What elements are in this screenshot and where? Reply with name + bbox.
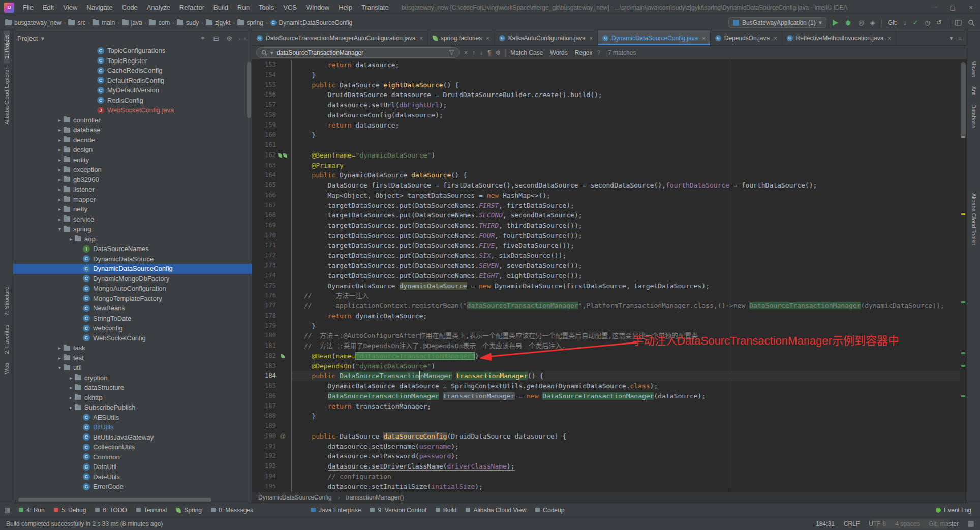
- run-button[interactable]: [833, 20, 838, 26]
- tree-item-mongoautoconfiguration[interactable]: CMongoAutoConfiguration: [13, 284, 252, 294]
- menu-navigate[interactable]: Navigate: [82, 4, 117, 11]
- code-line[interactable]: 155 public DataSource eightDataSource() …: [252, 80, 960, 90]
- tab-close-icon[interactable]: ×: [774, 35, 777, 41]
- tool-window-button-4-run[interactable]: 4: Run: [14, 507, 49, 514]
- tree-arrow-icon[interactable]: ▸: [56, 137, 64, 143]
- tree-item-dynamicdatasourceconfig[interactable]: CDynamicDataSourceConfig: [13, 264, 252, 274]
- breadcrumb-item-zjgykt[interactable]: zjgykt: [206, 19, 231, 26]
- stripe-mark[interactable]: [961, 365, 965, 367]
- code-line[interactable]: 168 targetDataSources.put(DataSourceName…: [252, 210, 960, 221]
- tool-window-button-spring[interactable]: Spring: [171, 507, 206, 514]
- minimize-button[interactable]: —: [925, 0, 943, 15]
- debug-button[interactable]: [844, 19, 852, 26]
- tree-item-mydefaultversion[interactable]: CMyDefaultVersion: [13, 85, 252, 96]
- filter-icon[interactable]: [449, 50, 454, 55]
- code-line[interactable]: 161: [252, 140, 960, 150]
- profiler-button[interactable]: ◈: [870, 19, 875, 26]
- collapse-all-icon[interactable]: ⊟: [211, 35, 221, 42]
- inspections-indicator-icon[interactable]: [968, 521, 974, 527]
- editor-menu-icon[interactable]: ≡: [958, 34, 962, 42]
- code-line[interactable]: 189: [252, 421, 960, 431]
- project-vertical-scrollbar[interactable]: [247, 62, 251, 118]
- find-option-match-case[interactable]: Match Case: [510, 49, 543, 56]
- tree-arrow-icon[interactable]: ▾: [56, 365, 64, 370]
- tool-window-switcher-icon[interactable]: ▦: [4, 506, 10, 514]
- breadcrumb-item-src[interactable]: src: [68, 19, 85, 26]
- code-line[interactable]: 166 Map<Object, Object> targetDataSource…: [252, 191, 960, 201]
- code-line[interactable]: 156 DruidDataSource datasource = DruidDa…: [252, 90, 960, 100]
- event-log-button[interactable]: Event Log: [931, 507, 976, 514]
- breadcrumb-item-spring[interactable]: spring: [237, 19, 263, 26]
- next-occurrence-icon[interactable]: ↓: [480, 49, 483, 56]
- breadcrumb-item-com[interactable]: com: [149, 19, 170, 26]
- code-line[interactable]: 182 @Bean(name="dataSourceTransactionMan…: [252, 351, 960, 361]
- regex-help-link[interactable]: ?: [597, 49, 600, 56]
- code-line[interactable]: 179 }: [252, 321, 960, 331]
- tab-list-icon[interactable]: ▾: [950, 34, 953, 42]
- close-search-icon[interactable]: ×: [464, 49, 468, 56]
- code-line[interactable]: 153 return datasource;: [252, 60, 960, 70]
- gear-icon[interactable]: ⚙: [224, 35, 234, 42]
- editor-tab-reflectivemethodinvocation-java[interactable]: CReflectiveMethodInvocation.java×: [782, 30, 896, 45]
- menu-analyze[interactable]: Analyze: [142, 4, 175, 11]
- code-line[interactable]: 174 targetDataSources.put(DataSourceName…: [252, 271, 960, 281]
- tree-item-util[interactable]: ▾util: [13, 363, 252, 373]
- previous-occurrence-icon[interactable]: ↑: [472, 49, 475, 56]
- tree-item-entity[interactable]: ▸entity: [13, 155, 252, 165]
- tree-item-spring[interactable]: ▾spring: [13, 224, 252, 234]
- code-line[interactable]: 184 public DataSourceTransactionManager …: [252, 371, 960, 381]
- tool-button-maven[interactable]: Maven: [971, 56, 977, 82]
- tree-item-design[interactable]: ▸design: [13, 145, 252, 155]
- tree-item-decode[interactable]: ▸decode: [13, 135, 252, 145]
- tree-arrow-icon[interactable]: ▸: [56, 345, 64, 351]
- tool-window-button-terminal[interactable]: Terminal: [132, 507, 171, 514]
- spring-bean-gutter-icon[interactable]: [276, 354, 289, 358]
- tool-button-ant[interactable]: Ant: [971, 82, 977, 100]
- git-update-icon[interactable]: ↓: [903, 19, 907, 26]
- tree-arrow-icon[interactable]: ▸: [56, 197, 64, 202]
- history-icon[interactable]: ◷: [925, 19, 930, 26]
- code-line[interactable]: 176 // 方法一注入: [252, 291, 960, 301]
- code-line[interactable]: 185 DynamicDataSource dataSource = Sprin…: [252, 381, 960, 391]
- tree-item-stringtodate[interactable]: CStringToDate: [13, 314, 252, 324]
- tree-item-dateutils[interactable]: CDateUtils: [13, 472, 252, 482]
- code-line[interactable]: 188 }: [252, 411, 960, 421]
- find-in-selection-icon[interactable]: ¶: [487, 49, 491, 56]
- tree-arrow-icon[interactable]: ▸: [56, 167, 64, 172]
- project-panel-title[interactable]: Project: [17, 35, 38, 42]
- caret-position[interactable]: 184:31: [816, 520, 835, 527]
- project-horizontal-scrollbar[interactable]: [18, 498, 211, 502]
- tree-item-redisconfig[interactable]: CRedisConfig: [13, 96, 252, 106]
- layout-icon[interactable]: [955, 19, 962, 26]
- menu-tools[interactable]: Tools: [254, 4, 279, 11]
- tree-item-gb32960[interactable]: ▸gb32960: [13, 175, 252, 185]
- code-line[interactable]: 173 targetDataSources.put(DataSourceName…: [252, 261, 960, 271]
- code-line[interactable]: 154 }: [252, 70, 960, 80]
- tab-close-icon[interactable]: ×: [702, 35, 705, 41]
- search-everywhere-icon[interactable]: [968, 19, 975, 26]
- code-line[interactable]: 195 datasource.setInitialSize(initialSiz…: [252, 482, 960, 492]
- tree-arrow-icon[interactable]: ▸: [67, 385, 75, 390]
- tree-arrow-icon[interactable]: ▸: [56, 147, 64, 152]
- editor-tab-dependson-java[interactable]: CDependsOn.java×: [711, 30, 782, 45]
- tree-arrow-icon[interactable]: ▾: [56, 226, 64, 232]
- tree-arrow-icon[interactable]: ▸: [56, 355, 64, 361]
- run-configuration-selector[interactable]: BusGatewayApplication (1) ▾: [728, 17, 826, 28]
- maximize-button[interactable]: ▢: [943, 0, 962, 15]
- find-option-regex[interactable]: Regex: [575, 49, 593, 56]
- code-line[interactable]: 157 datasource.setUrl(dbEightUrl);: [252, 100, 960, 110]
- code-line[interactable]: 175 DynamicDataSource dynamicDataSource …: [252, 281, 960, 291]
- code-line[interactable]: 159 return datasource;: [252, 120, 960, 131]
- code-line[interactable]: 194 // configuration: [252, 472, 960, 482]
- tool-button-web[interactable]: Web: [4, 358, 10, 379]
- tree-item-datautil[interactable]: CDataUtil: [13, 462, 252, 472]
- tool-window-button-0-messages[interactable]: 0: Messages: [206, 507, 258, 514]
- chevron-down-icon[interactable]: ▾: [41, 35, 44, 42]
- tree-item-webconfig[interactable]: Cwebconfig: [13, 323, 252, 333]
- menu-build[interactable]: Build: [209, 4, 233, 11]
- menu-vcs[interactable]: VCS: [279, 4, 301, 11]
- stripe-mark[interactable]: [961, 213, 965, 215]
- tree-item-common[interactable]: CCommon: [13, 452, 252, 462]
- tree-item-test[interactable]: ▸test: [13, 353, 252, 363]
- menu-translate[interactable]: Translate: [357, 4, 393, 11]
